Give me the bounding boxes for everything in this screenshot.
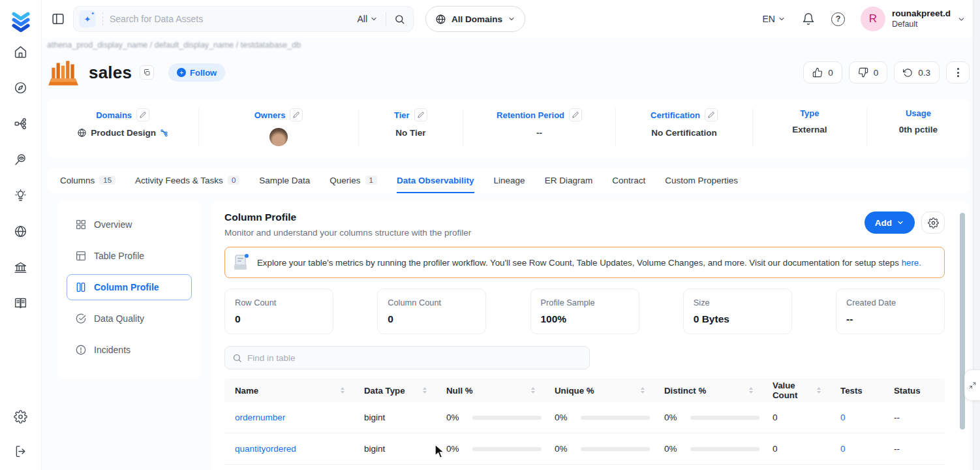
lineage-flow-icon[interactable] (14, 116, 28, 131)
panel-actions: Add (865, 212, 945, 234)
observability-search-icon[interactable] (14, 152, 28, 166)
edit-certification-icon[interactable] (705, 108, 718, 121)
notifications-bell-icon[interactable] (801, 12, 816, 26)
global-search[interactable]: ✦✦ All (73, 6, 414, 32)
profiler-nav-overview[interactable]: Overview (67, 212, 192, 238)
downvote-button[interactable]: 0 (849, 61, 888, 84)
all-domains-button[interactable]: All Domains (425, 6, 525, 32)
sort-icon[interactable] (749, 387, 753, 394)
find-in-table-input[interactable] (247, 353, 582, 363)
edit-domains-icon[interactable] (136, 108, 149, 121)
side-panel-toggle[interactable] (964, 369, 980, 401)
version-history-icon (903, 68, 913, 78)
insights-bulb-icon[interactable] (14, 188, 28, 202)
main-column: ✦✦ All All Domains EN (42, 0, 980, 470)
sort-icon[interactable] (423, 387, 427, 394)
sidebar-toggle-icon[interactable] (51, 12, 65, 26)
follow-button[interactable]: + Follow (168, 63, 225, 82)
user-workspace: Default (892, 20, 951, 30)
col-header-data-type[interactable]: Data Type (354, 379, 436, 402)
data-type-cell: bigint (354, 413, 436, 422)
progress-bar (581, 447, 650, 451)
sort-icon[interactable] (641, 387, 645, 394)
tab-custom-properties[interactable]: Custom Properties (665, 168, 738, 193)
version-button[interactable]: 0.3 (894, 61, 940, 84)
logout-icon[interactable] (14, 444, 28, 458)
docs-link[interactable]: here. (902, 258, 921, 268)
breadcrumb[interactable]: athena_prod_display_name / default_displ… (47, 38, 970, 51)
profiler-nav-incidents[interactable]: Incidents (67, 337, 192, 363)
edit-tier-icon[interactable] (414, 108, 427, 121)
help-icon[interactable]: ? (831, 12, 845, 26)
profiler-nav-data-quality[interactable]: Data Quality (67, 306, 192, 332)
tab-er-diagram[interactable]: ER Diagram (545, 168, 593, 193)
more-options-kebab-icon[interactable] (946, 61, 970, 84)
owner-avatar[interactable] (269, 128, 288, 146)
chevron-down-icon (778, 15, 786, 23)
tab-data-observability[interactable]: Data Observability (397, 168, 474, 193)
thumbs-down-icon (858, 67, 868, 78)
value-count-cell: 0 (762, 413, 830, 422)
tab-queries[interactable]: Queries1 (329, 168, 377, 193)
col-header-name[interactable]: Name (224, 379, 354, 402)
explore-compass-icon[interactable] (14, 80, 28, 95)
tab-lineage[interactable]: Lineage (494, 168, 525, 193)
tab-activity-feeds[interactable]: Activity Feeds & Tasks0 (135, 168, 239, 193)
tab-sample-data[interactable]: Sample Data (259, 168, 310, 193)
search-scope-select[interactable]: All (357, 14, 378, 24)
distinct-pct-cell: 0% (654, 444, 762, 454)
find-in-table[interactable] (224, 346, 590, 369)
profiler-nav-column-profile[interactable]: Column Profile (67, 274, 192, 300)
globe-icon (77, 128, 87, 138)
column-name-link[interactable]: quantityordered (224, 444, 354, 454)
globe-icon (435, 14, 446, 25)
search-divider (102, 12, 103, 25)
settings-gear-icon[interactable] (14, 409, 28, 424)
stat-label: Row Count (235, 298, 323, 307)
knowledge-book-icon[interactable] (14, 296, 28, 310)
status-cell: -- (883, 444, 945, 454)
edit-owners-icon[interactable] (290, 108, 303, 121)
tests-link[interactable]: 0 (830, 444, 883, 454)
stat-label: Size (694, 298, 782, 307)
edit-retention-icon[interactable] (569, 108, 582, 121)
profiler-doc-icon (233, 253, 250, 272)
sort-icon[interactable] (531, 387, 535, 394)
progress-bar (472, 447, 542, 451)
profiler-nav-table-profile[interactable]: Table Profile (67, 243, 192, 269)
profiler-settings-button[interactable] (921, 212, 945, 234)
usage-value: 0th pctile (899, 125, 938, 134)
domains-globe-icon[interactable] (14, 224, 28, 238)
column-name-link[interactable]: ordernumber (224, 413, 354, 422)
col-header-status: Status (883, 379, 945, 402)
domains-value[interactable]: Product Design (77, 128, 168, 138)
table-profile-icon (75, 250, 87, 262)
topbar: ✦✦ All All Domains EN (42, 0, 980, 38)
page-body: athena_prod_display_name / default_displ… (42, 38, 980, 470)
progress-bar (581, 416, 650, 420)
sort-icon[interactable] (817, 387, 821, 394)
upvote-button[interactable]: 0 (803, 61, 842, 84)
user-menu[interactable]: R rounakpreet.d Default (861, 7, 966, 31)
home-icon[interactable] (14, 44, 28, 59)
language-select[interactable]: EN (763, 14, 786, 24)
col-header-distinct[interactable]: Distinct % (654, 379, 762, 402)
add-button[interactable]: Add (865, 212, 915, 234)
governance-bank-icon[interactable] (14, 260, 28, 274)
sort-icon[interactable] (341, 387, 345, 394)
tab-columns[interactable]: Columns15 (60, 168, 115, 193)
col-header-value-count[interactable]: Value Count (762, 379, 830, 402)
app-logo-icon[interactable] (9, 9, 33, 34)
meta-usage: Usage 0th pctile (867, 108, 970, 146)
col-header-null[interactable]: Null % (436, 379, 544, 402)
search-icon[interactable] (394, 14, 405, 25)
panel-scrollbar[interactable] (960, 213, 965, 430)
profiler-sidebar: Overview Table Profile Column Profile Da… (57, 201, 201, 379)
search-input[interactable] (110, 14, 357, 24)
copy-icon[interactable] (140, 65, 154, 80)
tab-contract[interactable]: Contract (612, 168, 645, 193)
col-header-unique[interactable]: Unique % (544, 379, 654, 402)
search-scope-label: All (357, 14, 367, 24)
ai-sparkle-icon[interactable]: ✦✦ (79, 10, 96, 27)
tests-link[interactable]: 0 (830, 413, 883, 422)
